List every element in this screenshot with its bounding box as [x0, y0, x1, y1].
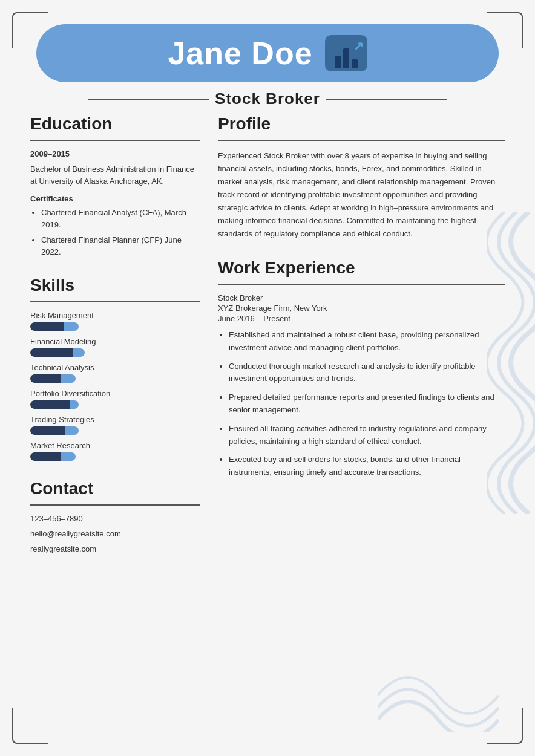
- cert-label: Certificates: [30, 194, 200, 203]
- skill-filled: [30, 374, 61, 383]
- work-title: Work Experience: [218, 258, 505, 278]
- education-section: Education 2009–2015 Bachelor of Business…: [30, 114, 200, 258]
- skill-item: Market Research: [30, 441, 200, 461]
- skill-filled: [30, 348, 73, 357]
- skill-label: Trading Strategies: [30, 415, 200, 424]
- skill-filled: [30, 452, 61, 461]
- title-left-line: [88, 99, 209, 100]
- education-divider: [30, 140, 200, 141]
- profile-divider: [218, 140, 505, 141]
- work-bullet-item: Conducted thorough market research and a…: [229, 360, 505, 386]
- skill-filled: [30, 426, 65, 435]
- skill-blue: [64, 322, 79, 331]
- name-banner: Jane Doe ↗: [36, 24, 499, 82]
- skill-filled: [30, 322, 64, 331]
- skill-label: Portfolio Diversification: [30, 389, 200, 398]
- education-degree: Bachelor of Business Administration in F…: [30, 163, 200, 187]
- work-company: XYZ Brokerage Firm, New York: [218, 304, 505, 313]
- work-divider: [218, 284, 505, 285]
- skill-label: Financial Modeling: [30, 337, 200, 346]
- work-bullet-item: Executed buy and sell orders for stocks,…: [229, 454, 505, 479]
- education-dates: 2009–2015: [30, 149, 200, 158]
- work-bullets: Established and maintained a robust clie…: [218, 329, 505, 479]
- skill-blue: [65, 426, 79, 435]
- skill-bar: [30, 452, 127, 461]
- profile-section: Profile Experienced Stock Broker with ov…: [218, 114, 505, 240]
- work-experience-section: Work Experience Stock Broker XYZ Brokera…: [218, 258, 505, 479]
- bar3: [352, 59, 358, 68]
- skill-blue: [61, 374, 76, 383]
- contact-title: Contact: [30, 479, 200, 498]
- contact-divider: [30, 504, 200, 506]
- skill-item: Portfolio Diversification: [30, 389, 200, 409]
- skill-item: Financial Modeling: [30, 337, 200, 357]
- work-job-title: Stock Broker: [218, 293, 505, 302]
- cert-list: Chartered Financial Analyst (CFA), March…: [30, 207, 200, 258]
- arrow-icon: ↗: [353, 39, 364, 53]
- skills-divider: [30, 301, 200, 302]
- corner-decoration-tr: [487, 12, 523, 48]
- skill-bar: [30, 348, 127, 357]
- skill-label: Risk Management: [30, 311, 200, 320]
- chart-icon: ↗: [325, 35, 367, 71]
- cert-item-2: Chartered Financial Planner (CFP) June 2…: [41, 234, 200, 258]
- education-title: Education: [30, 114, 200, 134]
- skill-item: Technical Analysis: [30, 363, 200, 383]
- skills-container: Risk Management Financial Modeling Techn…: [30, 311, 200, 461]
- skill-bar: [30, 426, 127, 435]
- skill-bar: [30, 400, 127, 409]
- title-right-line: [326, 99, 447, 100]
- resume-page: Jane Doe ↗ Stock Broker Education 2009–2…: [0, 0, 535, 756]
- profile-title: Profile: [218, 114, 505, 134]
- skill-label: Technical Analysis: [30, 363, 200, 372]
- left-column: Education 2009–2015 Bachelor of Business…: [30, 114, 200, 559]
- skill-bar: [30, 374, 127, 383]
- bar2: [343, 48, 349, 68]
- header: Jane Doe ↗ Stock Broker: [30, 24, 505, 108]
- wavy-bottom-decoration: [378, 671, 499, 732]
- job-title-row: Stock Broker: [30, 90, 505, 108]
- bar1: [335, 56, 341, 68]
- job-title: Stock Broker: [215, 90, 320, 108]
- contact-website: reallygreatsite.com: [30, 544, 200, 553]
- skill-item: Trading Strategies: [30, 415, 200, 435]
- skill-blue: [73, 348, 85, 357]
- candidate-name: Jane Doe: [168, 35, 312, 71]
- contact-section: Contact 123–456–7890 hello@reallygreatsi…: [30, 479, 200, 553]
- corner-decoration-tl: [12, 12, 48, 48]
- skill-bar: [30, 322, 127, 331]
- skill-item: Risk Management: [30, 311, 200, 331]
- skill-label: Market Research: [30, 441, 200, 450]
- work-period: June 2016 – Present: [218, 314, 505, 323]
- work-bullet-item: Established and maintained a robust clie…: [229, 329, 505, 354]
- profile-text: Experienced Stock Broker with over 8 yea…: [218, 149, 505, 240]
- skill-blue: [70, 400, 79, 409]
- contact-email: hello@reallygreatsite.com: [30, 529, 200, 538]
- skill-filled: [30, 400, 70, 409]
- skill-blue: [61, 452, 76, 461]
- skills-title: Skills: [30, 276, 200, 295]
- work-bullet-item: Ensured all trading activities adhered t…: [229, 423, 505, 448]
- cert-item-1: Chartered Financial Analyst (CFA), March…: [41, 207, 200, 230]
- main-content: Education 2009–2015 Bachelor of Business…: [30, 114, 505, 559]
- work-bullet-item: Prepared detailed performance reports an…: [229, 391, 505, 417]
- corner-decoration-br: [487, 708, 523, 744]
- skills-section: Skills Risk Management Financial Modelin…: [30, 276, 200, 461]
- contact-phone: 123–456–7890: [30, 514, 200, 523]
- corner-decoration-bl: [12, 708, 48, 744]
- right-column: Profile Experienced Stock Broker with ov…: [218, 114, 505, 559]
